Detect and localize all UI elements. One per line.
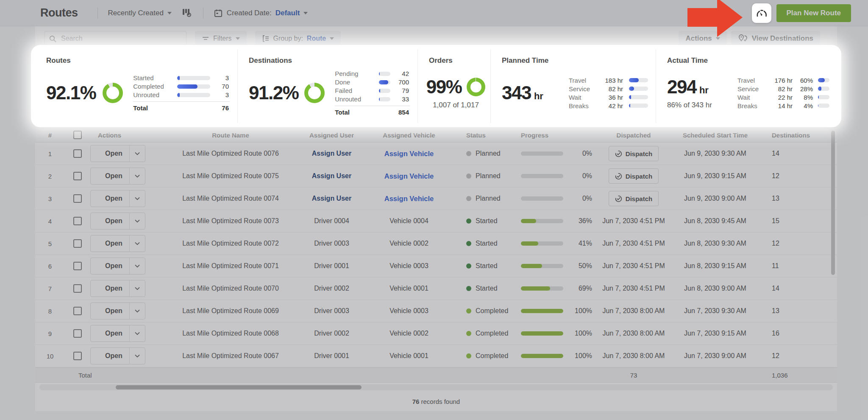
route-name: Last Mile Optimized Route 0067	[182, 352, 279, 360]
horizontal-scrollbar[interactable]	[39, 384, 833, 390]
total-dispatched: 73	[630, 372, 637, 379]
status-cell: Planned	[449, 195, 501, 202]
destinations-count: 12	[757, 240, 779, 247]
row-checkbox[interactable]	[73, 172, 82, 180]
dispatch-button-label: Dispatch	[626, 150, 652, 157]
open-split-button: Open	[90, 235, 145, 252]
destinations-count: 14	[757, 285, 779, 292]
status-cell: Completed	[449, 307, 508, 315]
plan-new-route-button[interactable]: Plan New Route	[776, 4, 851, 22]
table-row: 4OpenLast Mile Optimized Route 0073Drive…	[35, 210, 837, 232]
open-button[interactable]: Open	[98, 146, 129, 162]
open-button[interactable]: Open	[98, 168, 129, 184]
dispatch-button[interactable]: Dispatch	[609, 168, 659, 184]
group-by-dropdown[interactable]: Group by: Route	[255, 31, 341, 46]
row-checkbox[interactable]	[73, 217, 82, 225]
routes-table-body: 1OpenLast Mile Optimized Route 0076Assig…	[35, 143, 837, 367]
status-label: Planned	[476, 172, 501, 180]
row-checkbox[interactable]	[73, 149, 82, 158]
table-row: 10OpenLast Mile Optimized Route 0067Driv…	[35, 345, 837, 367]
routes-panel: Filters Group by: Route Actions	[35, 26, 837, 411]
assign-vehicle-link[interactable]: Assign Vehicle	[384, 150, 434, 158]
horizontal-scrollbar-thumb[interactable]	[116, 385, 362, 389]
column-header-destinations[interactable]: Destinations	[757, 132, 810, 139]
status-cell: Completed	[449, 352, 508, 360]
stat-value: 82 hr	[765, 85, 793, 92]
assigned-vehicle: Vehicle 0004	[389, 217, 428, 225]
dispatch-button[interactable]: Dispatch	[609, 191, 659, 206]
open-button[interactable]: Open	[98, 190, 129, 207]
table-total-row: Total 73 1,036	[35, 367, 837, 383]
dashboard-toggle-button[interactable]	[752, 3, 771, 23]
filters-button[interactable]: Filters	[195, 31, 247, 46]
open-chevron-button[interactable]	[129, 213, 145, 229]
assign-user-link[interactable]: Assign User	[312, 172, 351, 180]
open-button[interactable]: Open	[98, 348, 129, 364]
progress-bar-fill	[521, 354, 563, 358]
sort-dropdown[interactable]: Recently Created	[107, 7, 172, 19]
open-chevron-button[interactable]	[129, 235, 145, 252]
stat-row: Travel176 hr60%	[737, 76, 829, 84]
row-checkbox[interactable]	[73, 239, 82, 248]
vertical-scrollbar-thumb[interactable]	[831, 131, 835, 275]
open-button[interactable]: Open	[98, 280, 129, 297]
open-chevron-button[interactable]	[129, 258, 145, 274]
open-chevron-button[interactable]	[129, 348, 145, 364]
assign-user-link[interactable]: Assign User	[312, 150, 351, 157]
dispatch-button[interactable]: Dispatch	[609, 146, 659, 161]
column-header-status[interactable]: Status	[449, 132, 486, 139]
progress-bar	[521, 286, 563, 291]
column-header-assigned-vehicle[interactable]: Assigned Vehicle	[383, 132, 435, 139]
open-chevron-button[interactable]	[129, 280, 145, 297]
assign-vehicle-link[interactable]: Assign Vehicle	[384, 195, 434, 203]
open-button[interactable]: Open	[98, 213, 129, 229]
stat-label: Unrouted	[133, 91, 172, 98]
row-checkbox[interactable]	[73, 307, 82, 315]
table-row: 3OpenLast Mile Optimized Route 0074Assig…	[35, 188, 837, 210]
open-button[interactable]: Open	[98, 235, 129, 252]
column-header-progress[interactable]: Progress	[515, 132, 548, 139]
kpi-orders-percent: 99%	[426, 76, 462, 98]
open-chevron-button[interactable]	[129, 146, 145, 162]
column-header-route-name[interactable]: Route Name	[212, 132, 249, 139]
open-chevron-button[interactable]	[129, 168, 145, 184]
column-header-dispatched[interactable]: Dispatched	[617, 132, 651, 139]
created-date-filter[interactable]: Created Date: Default	[213, 7, 309, 20]
row-checkbox[interactable]	[73, 284, 82, 293]
status-cell: Started	[449, 217, 498, 225]
chevron-down-icon	[135, 287, 140, 290]
table-row: 6OpenLast Mile Optimized Route 0071Drive…	[35, 255, 837, 277]
assign-vehicle-link[interactable]: Assign Vehicle	[384, 172, 434, 180]
assign-user-link[interactable]: Assign User	[312, 195, 351, 202]
kpi-actual-time-subtitle: 86% of 343 hr	[667, 101, 735, 109]
row-checkbox[interactable]	[73, 262, 82, 270]
row-number: 3	[48, 195, 52, 202]
progress-cell: 0%	[515, 195, 592, 202]
open-chevron-button[interactable]	[129, 303, 145, 319]
status-cell: Started	[449, 285, 498, 292]
search-input[interactable]	[45, 31, 186, 46]
open-button[interactable]: Open	[98, 258, 129, 274]
kpi-orders: Orders 99% 1,007 of 1,017	[417, 49, 490, 123]
row-checkbox[interactable]	[73, 329, 82, 338]
open-chevron-button[interactable]	[129, 190, 145, 207]
select-all-checkbox[interactable]	[73, 131, 82, 139]
progress-bar-fill	[521, 241, 538, 246]
column-header-actions[interactable]: Actions	[90, 132, 121, 139]
chevron-down-icon	[135, 309, 140, 313]
row-checkbox[interactable]	[73, 194, 82, 203]
view-destinations-button[interactable]: View Destinations	[731, 31, 820, 46]
stat-value: 14 hr	[765, 102, 793, 109]
dispatched-time: Jun 7, 2030 8:00 AM	[603, 352, 665, 360]
row-checkbox[interactable]	[73, 352, 82, 360]
open-button[interactable]: Open	[98, 303, 129, 319]
open-chevron-button[interactable]	[129, 325, 145, 342]
stat-bar	[379, 80, 390, 84]
open-button[interactable]: Open	[98, 325, 129, 342]
column-settings-button[interactable]	[179, 5, 194, 21]
column-header-assigned-user[interactable]: Assigned User	[309, 132, 354, 139]
column-header-num[interactable]: #	[48, 132, 52, 139]
routes-breakdown: Started3Completed70Unrouted3Total76	[133, 73, 230, 112]
column-header-scheduled[interactable]: Scheduled Start Time	[683, 132, 748, 139]
records-count-text: records found	[421, 398, 460, 405]
